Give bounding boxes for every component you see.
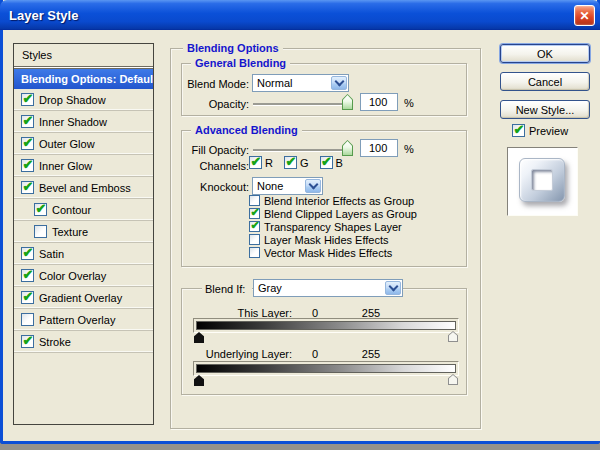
close-button[interactable]: ✕ [574,5,595,26]
knockout-dropdown-button[interactable] [305,179,321,193]
style-item-contour[interactable]: ✔Contour [14,199,153,221]
checkbox[interactable]: ✔ [320,156,333,169]
style-item-label: Texture [52,226,88,238]
styles-listbox: Styles Blending Options: Default ✔Drop S… [13,43,154,425]
checkbox[interactable]: ✔ [21,181,34,194]
style-item-stroke[interactable]: ✔Stroke [14,331,153,353]
opacity-unit: % [404,97,414,109]
blend-if-group [181,288,467,395]
checkbox[interactable]: ✔ [21,93,34,106]
blend-mode-label: Blend Mode: [181,78,249,90]
general-blending-title: General Blending [191,57,290,69]
ok-button[interactable]: OK [500,44,590,63]
style-item-outer-glow[interactable]: ✔Outer Glow [14,133,153,155]
knockout-select[interactable]: None [252,177,323,195]
underlying-layer-max: 255 [358,348,384,360]
blend-if-legend: Blend If: [202,279,252,298]
style-item-inner-glow[interactable]: ✔Inner Glow [14,155,153,177]
style-preview-inner [531,169,553,191]
checkbox[interactable]: ✔ [249,221,260,232]
checkmark-icon: ✔ [36,202,47,215]
style-item-satin[interactable]: ✔Satin [14,243,153,265]
checkbox[interactable]: ✔ [21,269,34,282]
gradient-ramp [196,321,456,330]
opacity-slider-track[interactable] [253,103,352,105]
gradient-ramp [196,364,456,373]
chevron-down-icon [308,180,318,190]
fill-opacity-input[interactable] [360,139,398,157]
option-blend-interior-effects-as-group[interactable]: Blend Interior Effects as Group [249,194,417,207]
style-item-label: Outer Glow [39,138,95,150]
styles-item-blending-options-default[interactable]: Blending Options: Default [14,69,153,89]
checkbox[interactable]: ✔ [34,203,47,216]
fill-opacity-slider-track[interactable] [253,149,352,151]
styles-header[interactable]: Styles [14,44,153,67]
opacity-input[interactable] [360,93,398,111]
cancel-button[interactable]: Cancel [500,72,590,91]
new-style-button-label: New Style... [516,104,575,116]
checkbox[interactable] [249,247,260,258]
blend-mode-select[interactable]: Normal [252,74,349,92]
checkmark-icon: ✔ [23,158,34,171]
blend-if-select[interactable]: Gray [253,279,403,297]
option-blend-clipped-layers-as-group[interactable]: ✔Blend Clipped Layers as Group [249,207,417,220]
channels-label: Channels: [181,160,249,172]
blend-mode-dropdown-button[interactable] [331,76,347,90]
style-item-bevel-and-emboss[interactable]: ✔Bevel and Emboss [14,177,153,199]
style-item-color-overlay[interactable]: ✔Color Overlay [14,265,153,287]
titlebar[interactable]: Layer Style [0,0,600,30]
style-preview-swatch [519,158,565,202]
channel-b[interactable]: ✔B [320,156,343,169]
checkbox[interactable] [21,313,34,326]
checkbox[interactable]: ✔ [21,335,34,348]
option-vector-mask-hides-effects[interactable]: Vector Mask Hides Effects [249,246,417,259]
checkbox[interactable] [249,234,260,245]
style-item-texture[interactable]: Texture [14,221,153,243]
checkbox[interactable]: ✔ [21,291,34,304]
style-item-label: Inner Shadow [39,116,107,128]
checkbox[interactable]: ✔ [249,156,262,169]
style-item-pattern-overlay[interactable]: Pattern Overlay [14,309,153,331]
checkbox[interactable]: ✔ [249,208,260,219]
preview-checkbox[interactable]: ✔ [512,124,525,137]
option-label: Layer Mask Hides Effects [264,234,389,246]
channel-r[interactable]: ✔R [249,156,273,169]
checkbox[interactable] [34,225,47,238]
option-label: Blend Interior Effects as Group [264,195,414,207]
channel-g[interactable]: ✔G [284,156,309,169]
checkbox[interactable]: ✔ [21,115,34,128]
channels-checkbox-row: ✔R✔G✔B [249,156,354,169]
checkmark-icon: ✔ [23,92,34,105]
checkbox[interactable] [249,195,260,206]
this-layer-gradient-bar[interactable] [193,318,459,333]
chevron-down-icon [334,77,344,87]
style-item-label: Bevel and Emboss [39,182,131,194]
style-item-label: Inner Glow [39,160,92,172]
new-style-button[interactable]: New Style... [500,100,590,119]
checkmark-icon: ✔ [23,268,34,281]
option-layer-mask-hides-effects[interactable]: Layer Mask Hides Effects [249,233,417,246]
checkbox[interactable]: ✔ [284,156,297,169]
style-item-gradient-overlay[interactable]: ✔Gradient Overlay [14,287,153,309]
blend-if-value: Gray [258,282,282,294]
style-item-label: Drop Shadow [39,94,106,106]
style-item-drop-shadow[interactable]: ✔Drop Shadow [14,89,153,111]
screen: Layer Style ✕ Styles Blending Options: D… [0,0,600,450]
option-label: Blend Clipped Layers as Group [264,208,417,220]
option-transparency-shapes-layer[interactable]: ✔Transparency Shapes Layer [249,220,417,233]
style-item-inner-shadow[interactable]: ✔Inner Shadow [14,111,153,133]
checkmark-icon: ✔ [23,136,34,149]
option-label: Transparency Shapes Layer [264,221,402,233]
checkmark-icon: ✔ [251,155,262,168]
blend-mode-value: Normal [257,77,292,89]
style-item-label: Pattern Overlay [39,314,115,326]
checkbox[interactable]: ✔ [21,159,34,172]
checkbox[interactable]: ✔ [21,247,34,260]
advanced-options-list: Blend Interior Effects as Group✔Blend Cl… [249,194,417,259]
underlying-layer-gradient-bar[interactable] [193,361,459,376]
preview-label: Preview [529,125,568,137]
blend-if-dropdown-button[interactable] [385,281,401,295]
checkbox[interactable]: ✔ [21,137,34,150]
window-title: Layer Style [9,8,78,23]
channel-label: G [300,157,309,169]
